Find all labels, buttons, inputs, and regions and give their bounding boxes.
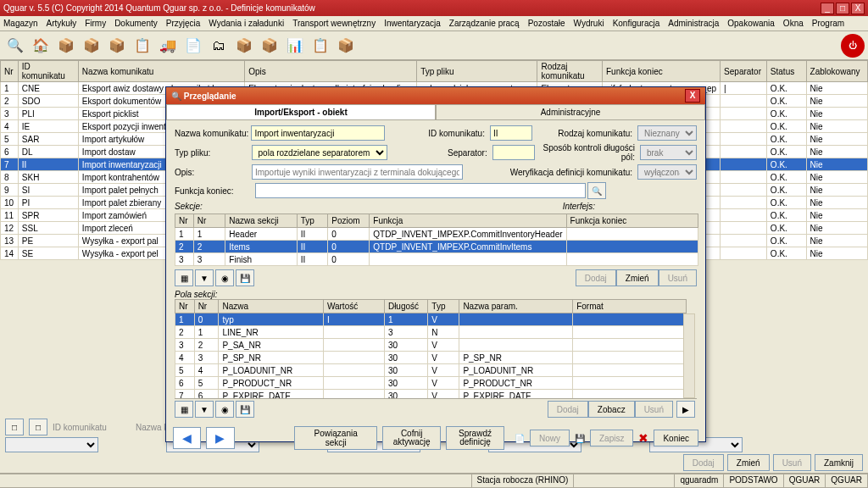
scrollbar[interactable]: [683, 313, 695, 398]
column-header[interactable]: Funkcja koniec: [566, 214, 698, 228]
menu-item[interactable]: Inwentaryzacja: [384, 19, 441, 28]
menu-item[interactable]: Dokumenty: [114, 19, 158, 28]
menu-item[interactable]: Opakowania: [727, 19, 775, 28]
toolbar-icon[interactable]: 📦: [334, 34, 358, 58]
view-button[interactable]: Zobacz: [588, 401, 635, 418]
toolbar-icon[interactable]: 📊: [283, 34, 307, 58]
column-header[interactable]: Zablokowany: [806, 61, 867, 82]
sections-table[interactable]: NrNrNazwa sekcjiTypPoziomFunkcjaFunkcja …: [175, 214, 698, 266]
dialog-close-icon[interactable]: X: [685, 89, 700, 103]
save-tool-icon[interactable]: 💾: [236, 401, 254, 418]
toolbar-icon[interactable]: 🔍: [3, 34, 27, 58]
column-header[interactable]: ID komunikatu: [18, 61, 78, 82]
nazwa-input[interactable]: [251, 125, 384, 141]
menu-item[interactable]: Artykuły: [47, 19, 77, 28]
toolbar-icon[interactable]: 📦: [54, 34, 78, 58]
column-header[interactable]: Format: [573, 300, 687, 313]
menu-item[interactable]: Firmy: [85, 19, 106, 28]
menu-item[interactable]: Okna: [783, 19, 804, 28]
tab-admin[interactable]: Administracyjne: [436, 104, 705, 119]
table-row[interactable]: 76P_EXPIRE_DATE30VP_EXPIRE_DATE: [175, 390, 687, 400]
add-button[interactable]: Dodaj: [683, 454, 724, 471]
close-button[interactable]: X: [851, 3, 865, 14]
power-icon[interactable]: ⏻: [841, 34, 865, 58]
column-header[interactable]: Funkcja: [370, 214, 566, 228]
close-button[interactable]: Zamknij: [815, 454, 863, 471]
column-header[interactable]: Nr: [175, 214, 194, 228]
typ-select[interactable]: pola rozdzielane separatorem: [252, 145, 387, 160]
table-row[interactable]: 33FinishII0: [175, 253, 698, 266]
column-header[interactable]: Długość: [384, 300, 427, 313]
column-header[interactable]: Status: [766, 61, 806, 82]
column-header[interactable]: Rodzaj komunikatu: [537, 61, 603, 82]
links-button[interactable]: Powiązania sekcji: [294, 426, 377, 450]
grid-tool-icon[interactable]: ▦: [175, 401, 193, 418]
column-header[interactable]: Nr: [193, 214, 225, 228]
lock-tool-icon[interactable]: ◉: [215, 401, 234, 418]
table-row[interactable]: 21LINE_NR3N: [175, 326, 687, 339]
undo-activation-button[interactable]: Cofnij aktywację: [382, 426, 441, 450]
filter-tool-icon[interactable]: ▼: [195, 401, 214, 418]
column-header[interactable]: Nr: [175, 300, 195, 313]
end-button[interactable]: Koniec: [654, 430, 698, 446]
sep-input[interactable]: [492, 145, 535, 160]
tab-import-export[interactable]: Import/Eksport - obiekt: [166, 104, 436, 119]
column-header[interactable]: Separator: [721, 61, 767, 82]
minimize-button[interactable]: _: [821, 3, 834, 14]
toolbar-icon[interactable]: 📋: [309, 34, 332, 58]
table-row[interactable]: 43P_SP_NR30VP_SP_NR: [175, 352, 687, 364]
lock-tool-icon[interactable]: ◉: [215, 269, 234, 286]
table-row[interactable]: 32P_SA_NR30V: [175, 339, 687, 352]
fields-table[interactable]: NrNrNazwaWartośćDługośćTypNazwa param.Fo…: [175, 299, 687, 399]
table-row[interactable]: 10typI1V: [175, 313, 687, 326]
menu-item[interactable]: Magazyn: [3, 19, 38, 28]
menu-item[interactable]: Transport wewnętrzny: [292, 19, 376, 28]
opis-input[interactable]: [252, 164, 463, 180]
menu-item[interactable]: Administracja: [668, 19, 719, 28]
save-tool-icon[interactable]: 💾: [236, 269, 254, 286]
search-icon[interactable]: 🔍: [587, 182, 606, 199]
table-row[interactable]: 22ItemsII0QTDP_INVENT_IMPEXP.CommitInvIt…: [175, 241, 698, 253]
maximize-button[interactable]: □: [836, 3, 849, 14]
toolbar-icon[interactable]: 🏠: [29, 34, 53, 58]
check-def-button[interactable]: Sprawdź definicję: [446, 426, 504, 450]
column-header[interactable]: Nazwa: [219, 300, 323, 313]
toolbar-icon[interactable]: 📦: [232, 34, 256, 58]
next-button[interactable]: ▶: [206, 427, 234, 449]
column-header[interactable]: Nazwa komunikatu: [78, 61, 244, 82]
column-header[interactable]: Nr: [194, 300, 219, 313]
new-button[interactable]: Nowy: [530, 430, 570, 446]
menu-item[interactable]: Konfiguracja: [613, 19, 660, 28]
delete-button[interactable]: Usuń: [659, 269, 697, 286]
column-header[interactable]: Poziom: [328, 214, 370, 228]
edit-button[interactable]: Zmień: [727, 454, 770, 471]
filter-icon[interactable]: □: [5, 419, 24, 435]
menu-item[interactable]: Pozostałe: [528, 19, 565, 28]
arrow-right-icon[interactable]: ▶: [676, 401, 695, 418]
menu-item[interactable]: Zarządzanie pracą: [449, 19, 520, 28]
toolbar-icon[interactable]: 📦: [80, 34, 103, 58]
toolbar-icon[interactable]: 📋: [131, 34, 154, 58]
funk-input[interactable]: [255, 183, 586, 198]
column-header[interactable]: Nazwa param.: [459, 300, 573, 313]
sposob-select[interactable]: brak: [640, 145, 697, 160]
toolbar-icon[interactable]: 🗂: [207, 34, 231, 58]
idk-input[interactable]: [490, 125, 532, 141]
menu-item[interactable]: Wydania i załadunki: [209, 19, 284, 28]
grid-tool-icon[interactable]: ▦: [175, 269, 193, 286]
rodzaj-select[interactable]: Nieznany: [637, 125, 697, 141]
weryf-select[interactable]: wyłączona: [637, 164, 697, 180]
toolbar-icon[interactable]: 📦: [258, 34, 281, 58]
delete-button[interactable]: Usuń: [773, 454, 811, 471]
toolbar-icon[interactable]: 📦: [105, 34, 129, 58]
column-header[interactable]: Nazwa sekcji: [225, 214, 297, 228]
prev-button[interactable]: ◀: [173, 427, 201, 449]
menu-item[interactable]: Wydruki: [574, 19, 604, 28]
delete-button[interactable]: Usuń: [635, 401, 673, 418]
filter-tool-icon[interactable]: ▼: [195, 269, 214, 286]
column-header[interactable]: Typ: [428, 300, 459, 313]
save-button[interactable]: Zapisz: [590, 430, 633, 446]
add-button[interactable]: Dodaj: [576, 269, 616, 286]
table-row[interactable]: 65P_PRODUCT_NR30VP_PRODUCT_NR: [175, 377, 687, 390]
table-row[interactable]: 54P_LOADUNIT_NR30VP_LOADUNIT_NR: [175, 364, 687, 377]
